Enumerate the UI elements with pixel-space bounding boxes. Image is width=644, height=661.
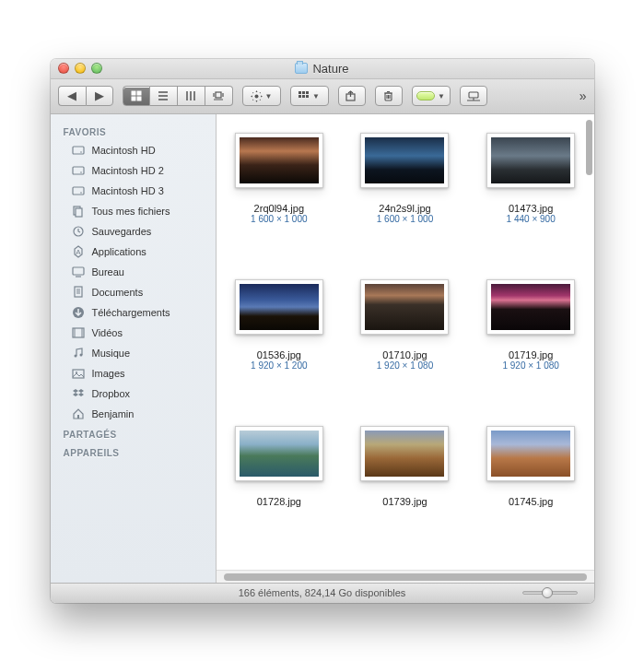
sidebar-item-label: Téléchargements xyxy=(92,305,170,320)
icon-size-slider[interactable] xyxy=(522,591,578,595)
sidebar-item[interactable]: Bureau xyxy=(51,262,216,282)
share-button[interactable] xyxy=(338,86,366,106)
horizontal-scrollbar[interactable] xyxy=(217,570,594,583)
sidebar-item[interactable]: Sauvegardes xyxy=(51,221,216,242)
sidebar-item[interactable]: Images xyxy=(51,363,216,384)
file-item[interactable]: 01739.jpg xyxy=(351,426,459,507)
file-dimensions: 1 600 × 1 000 xyxy=(377,214,433,224)
file-item[interactable]: 24n2s9l.jpg1 600 × 1 000 xyxy=(351,133,459,224)
sidebar-item-label: Macintosh HD xyxy=(92,143,156,158)
svg-rect-41 xyxy=(73,267,84,275)
sidebar-item[interactable]: Documents xyxy=(51,282,216,302)
sidebar-item-label: Benjamin xyxy=(92,407,135,421)
action-menu-button[interactable]: ▼ xyxy=(242,86,281,106)
trash-button[interactable] xyxy=(375,86,403,106)
music-icon xyxy=(71,346,86,360)
sidebar-item-label: Macintosh HD 2 xyxy=(92,163,164,178)
window-title: Nature xyxy=(295,62,348,76)
svg-rect-18 xyxy=(299,95,301,98)
file-item[interactable]: 01710.jpg1 920 × 1 080 xyxy=(351,279,459,371)
sidebar-item[interactable]: Dropbox xyxy=(51,384,216,404)
desktop-icon xyxy=(71,265,86,279)
svg-text:A: A xyxy=(76,248,81,256)
file-dimensions: 1 920 × 1 200 xyxy=(251,360,307,371)
movies-icon xyxy=(71,325,86,340)
svg-point-34 xyxy=(80,171,82,173)
file-name: 01739.jpg xyxy=(382,496,427,507)
file-item[interactable]: 01536.jpg1 920 × 1 200 xyxy=(226,279,334,371)
file-thumbnail xyxy=(235,426,323,481)
sidebar-item[interactable]: Tous mes fichiers xyxy=(51,201,216,221)
svg-rect-0 xyxy=(132,91,135,95)
close-button[interactable] xyxy=(58,63,69,74)
svg-rect-16 xyxy=(302,91,305,94)
svg-rect-35 xyxy=(73,187,84,195)
sidebar-item-label: Musique xyxy=(92,346,131,360)
sidebar-item-label: Tous mes fichiers xyxy=(92,204,170,218)
tags-button[interactable]: ▼ xyxy=(412,86,451,106)
sidebar-item[interactable]: Macintosh HD 3 xyxy=(51,181,216,201)
sidebar-item[interactable]: Macintosh HD xyxy=(51,140,216,160)
forward-button[interactable]: ▶ xyxy=(86,86,113,106)
file-thumbnail xyxy=(360,279,449,335)
file-item[interactable]: 01728.jpg xyxy=(226,426,334,507)
column-view-button[interactable] xyxy=(178,86,205,106)
allfiles-icon xyxy=(71,204,86,218)
sidebar-item-label: Dropbox xyxy=(92,386,131,401)
file-dimensions: 1 920 × 1 080 xyxy=(377,360,433,371)
file-name: 01536.jpg xyxy=(257,349,301,360)
hdd-icon xyxy=(71,183,86,198)
zoom-button[interactable] xyxy=(91,63,102,74)
hdd-icon xyxy=(71,143,86,158)
svg-rect-2 xyxy=(132,97,135,100)
file-name: 2rq0l94.jpg xyxy=(254,203,304,214)
toolbar-overflow-icon[interactable]: » xyxy=(580,89,587,103)
file-thumbnail xyxy=(360,426,449,481)
sidebar-item[interactable]: Vidéos xyxy=(51,323,216,343)
dropbox-icon xyxy=(71,386,86,401)
file-item[interactable]: 01719.jpg1 920 × 1 080 xyxy=(477,279,585,371)
file-item[interactable]: 01473.jpg1 440 × 900 xyxy=(477,133,585,224)
titlebar[interactable]: Nature xyxy=(51,59,594,79)
svg-point-14 xyxy=(254,94,258,98)
file-dimensions: 1 600 × 1 000 xyxy=(251,214,307,224)
icon-view[interactable]: 2rq0l94.jpg1 600 × 1 00024n2s9l.jpg1 600… xyxy=(217,114,594,570)
arrange-menu-button[interactable]: ▼ xyxy=(290,86,329,106)
sidebar-item[interactable]: Musique xyxy=(51,343,216,363)
sidebar-item[interactable]: Macintosh HD 2 xyxy=(51,160,216,181)
sidebar-item[interactable]: Benjamin xyxy=(51,404,216,424)
minimize-button[interactable] xyxy=(75,63,86,74)
svg-rect-28 xyxy=(469,92,478,98)
file-name: 01719.jpg xyxy=(509,349,553,360)
sidebar-section-header[interactable]: Favoris xyxy=(51,122,216,140)
connect-button[interactable] xyxy=(460,86,487,106)
svg-rect-10 xyxy=(216,92,221,98)
svg-point-52 xyxy=(79,353,82,356)
home-icon xyxy=(71,407,86,421)
file-dimensions: 1 920 × 1 080 xyxy=(502,360,558,371)
sidebar-item-label: Applications xyxy=(92,244,146,259)
title-text: Nature xyxy=(312,62,348,76)
download-icon xyxy=(71,305,86,320)
list-view-button[interactable] xyxy=(150,86,178,106)
sidebar-section-header[interactable]: Appareils xyxy=(51,443,216,461)
svg-rect-20 xyxy=(306,95,309,98)
file-item[interactable]: 01745.jpg xyxy=(477,426,585,507)
sidebar-item-label: Images xyxy=(92,366,125,381)
apps-icon: A xyxy=(71,244,86,259)
sidebar-item-label: Macintosh HD 3 xyxy=(92,183,164,198)
sidebar-item[interactable]: AApplications xyxy=(51,242,216,262)
icon-view-button[interactable] xyxy=(123,86,150,106)
vertical-scrollbar[interactable] xyxy=(586,120,592,175)
sidebar-item[interactable]: Téléchargements xyxy=(51,302,216,323)
view-mode-segment xyxy=(123,86,233,106)
file-name: 01728.jpg xyxy=(257,496,301,507)
pictures-icon xyxy=(71,366,86,381)
file-item[interactable]: 2rq0l94.jpg1 600 × 1 000 xyxy=(226,133,334,224)
coverflow-view-button[interactable] xyxy=(205,86,233,106)
sidebar-section-header[interactable]: Partagés xyxy=(51,424,216,443)
svg-rect-55 xyxy=(77,415,79,419)
back-button[interactable]: ◀ xyxy=(58,86,86,106)
sidebar[interactable]: FavorisMacintosh HDMacintosh HD 2Macinto… xyxy=(51,114,217,583)
docs-icon xyxy=(71,285,86,300)
